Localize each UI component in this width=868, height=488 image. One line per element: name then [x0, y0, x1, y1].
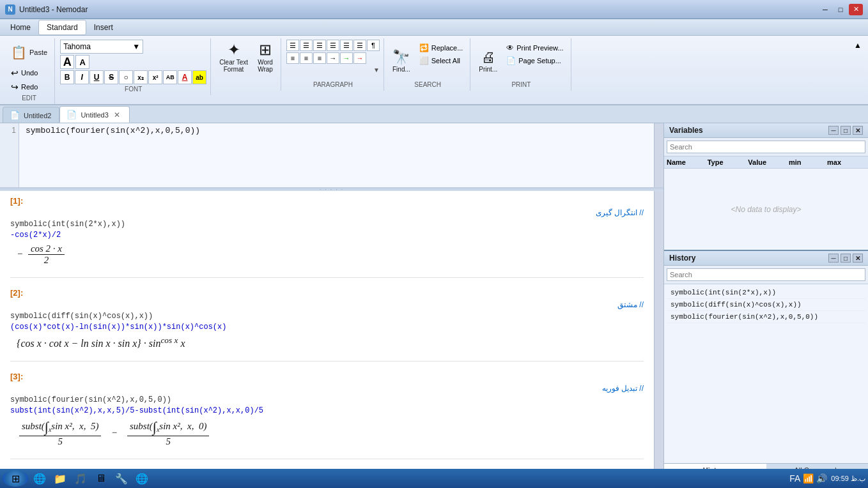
history-item-2[interactable]: symbolic(diff(sin(x)^cos(x),x)) [667, 299, 865, 311]
paragraph-expand[interactable]: ▼ [373, 66, 380, 73]
para-btn-5[interactable]: ☰ [340, 40, 353, 51]
col-type: Type [708, 158, 748, 166]
output-label-3: [3]: [10, 372, 644, 381]
variables-title: Variables [669, 126, 703, 135]
editor-content[interactable]: symbolic(fourier(sin(x^2),x,0,5,0)) [20, 123, 654, 138]
underline-button[interactable]: U [89, 70, 104, 84]
ribbon-group-edit: 📋 Paste ↩ Undo ↪ Redo EDIT [4, 38, 55, 104]
history-list: symbolic(int(sin(2*x),x)) symbolic(diff(… [664, 284, 868, 463]
replace-button[interactable]: 🔁 Replace... [416, 42, 467, 54]
tab-untitled3-close[interactable]: ✕ [112, 111, 121, 119]
output-block-3: [3]: // تبدیل فوریه symbolic(fourier(sin… [10, 372, 644, 459]
font-group-content: Tahoma ▼ A A B I U S ○ x₂ x² AB A [60, 40, 206, 84]
para-btn-2[interactable]: ☰ [300, 40, 313, 51]
taskbar-media-icon[interactable]: 🎵 [72, 470, 89, 487]
para-btn-8[interactable]: ≡ [300, 52, 313, 64]
print-group-label: PRINT [476, 80, 566, 89]
format-group-label [216, 80, 277, 89]
ribbon-collapse-icon: ▲ [854, 41, 862, 50]
history-item-3[interactable]: symbolic(fourier(sin(x^2),x,0,5,0)) [667, 311, 865, 323]
para-btn-3[interactable]: ☰ [313, 40, 326, 51]
taskbar-desktop-icon[interactable]: 🖥 [92, 470, 110, 487]
editor-pane[interactable]: 1 symbolic(fourier(sin(x^2),x,0,5,0)) [0, 123, 654, 187]
menu-home[interactable]: Home [3, 20, 38, 34]
variables-header: Variables ─ □ ✕ [664, 123, 868, 138]
fraction-1: cos 2 · x 2 [28, 243, 65, 266]
paste-button[interactable]: 📋 Paste [8, 40, 50, 65]
para-btn-arrow3[interactable]: → [353, 52, 366, 64]
window-controls: ─ □ ✕ [818, 4, 863, 15]
close-button[interactable]: ✕ [849, 4, 863, 15]
variables-minimize[interactable]: ─ [828, 126, 839, 135]
para-btn-9[interactable]: ≡ [313, 52, 326, 64]
font-color-button[interactable]: A [178, 70, 192, 84]
history-item-1[interactable]: symbolic(int(sin(2*x),x)) [667, 287, 865, 299]
taskbar-app6-icon[interactable]: 🌐 [133, 470, 151, 487]
font-size-decrease[interactable]: A [75, 55, 89, 69]
right-panel: Variables ─ □ ✕ Name Type Value min max … [663, 123, 868, 477]
history-close[interactable]: ✕ [853, 254, 863, 263]
taskbar-app5-icon[interactable]: 🔧 [112, 470, 130, 487]
para-btn-6[interactable]: ☰ [353, 40, 366, 51]
subscript-button[interactable]: x₂ [134, 70, 148, 84]
taskbar-ie-icon[interactable]: 🌐 [31, 470, 49, 487]
menu-insert[interactable]: Insert [86, 20, 121, 34]
tab-untitled3-icon: 📄 [66, 110, 77, 119]
para-btn-7[interactable]: ≡ [286, 52, 299, 64]
history-title: History [669, 254, 695, 263]
history-restore[interactable]: □ [841, 254, 851, 263]
variables-search-input[interactable] [667, 141, 865, 153]
bold-button[interactable]: B [60, 70, 74, 84]
taskbar-explorer-icon[interactable]: 📁 [51, 470, 69, 487]
italic-button[interactable]: I [75, 70, 89, 84]
search-group-label: SEARCH [389, 80, 466, 89]
tray-lang: FA [789, 473, 800, 484]
variables-close[interactable]: ✕ [853, 126, 863, 135]
ribbon-group-print: 🖨 Print... 👁 Print Preview... 📄 Page Set… [472, 38, 571, 91]
undo-button[interactable]: ↩ Undo [8, 66, 50, 79]
para-btn-4[interactable]: ☰ [327, 40, 339, 51]
menu-standard[interactable]: Standard [38, 20, 86, 35]
paragraph-group-content: ☰ ☰ ☰ ☰ ☰ ☰ ¶ ≡ ≡ ≡ → → → ▼ [286, 40, 380, 73]
tab-untitled3[interactable]: 📄 Untitled3 ✕ [59, 106, 129, 123]
superscript-button[interactable]: x² [148, 70, 162, 84]
tab-untitled3-label: Untitled3 [81, 111, 108, 119]
binoculars-button[interactable]: 🔭 Find... [389, 40, 414, 75]
select-all-button[interactable]: ⬜ Select All [416, 55, 467, 66]
para-btn-pilcrow[interactable]: ¶ [367, 40, 380, 51]
allcaps-button[interactable]: AB [163, 70, 177, 84]
output-pane[interactable]: [1]: // انتگرال گیری symbolic(int(sin(2*… [0, 191, 654, 477]
para-btn-arrow1[interactable]: → [327, 52, 339, 64]
history-minimize[interactable]: ─ [828, 254, 839, 263]
word-wrap-icon: ⊞ [259, 42, 272, 57]
font-size-increase[interactable]: A [60, 55, 74, 69]
variables-restore[interactable]: □ [841, 126, 851, 135]
font-dropdown[interactable]: Tahoma ▼ [60, 40, 143, 54]
strikethrough-button[interactable]: S [104, 70, 118, 84]
output-code-result-2: (cos(x)*cot(x)-ln(sin(x))*sin(x))*sin(x)… [10, 323, 644, 332]
start-button[interactable]: ⊞ [3, 470, 28, 487]
minimize-button[interactable]: ─ [818, 4, 832, 15]
ribbon-group-search: 🔭 Find... 🔁 Replace... ⬜ Select All SEAR… [385, 38, 470, 91]
highlight-button[interactable]: ab [192, 70, 206, 84]
print-button[interactable]: 🖨 Print... [476, 40, 500, 75]
clear-format-button[interactable]: ✦ Clear Text Format [216, 40, 251, 75]
editor-scrollbar[interactable] [654, 123, 663, 187]
word-wrap-button[interactable]: ⊞ Word Wrap [254, 40, 277, 75]
redo-button[interactable]: ↪ Redo [8, 80, 50, 93]
editor-output-area: 1 symbolic(fourier(sin(x^2),x,0,5,0)) · … [0, 123, 663, 477]
replace-label: Replace... [431, 44, 463, 52]
para-btn-1[interactable]: ☰ [286, 40, 299, 51]
history-search-input[interactable] [667, 268, 865, 281]
output-scrollbar[interactable] [654, 191, 663, 477]
circle-button[interactable]: ○ [119, 70, 133, 84]
edit-group-content: 📋 Paste ↩ Undo ↪ Redo [8, 40, 50, 93]
line-number-1: 1 [12, 126, 16, 135]
maximize-button[interactable]: □ [833, 4, 848, 15]
tab-untitled2[interactable]: 📄 Untitled2 [3, 107, 59, 123]
ribbon-collapse[interactable]: ▲ [851, 38, 864, 52]
print-preview-button[interactable]: 👁 Print Preview... [503, 42, 566, 54]
taskbar: ⊞ 🌐 📁 🎵 🖥 🔧 🌐 FA 📶 🔊 09:59 ب.ظ [0, 469, 868, 488]
page-setup-button[interactable]: 📄 Page Setup... [503, 55, 566, 66]
para-btn-arrow2[interactable]: → [340, 52, 353, 64]
